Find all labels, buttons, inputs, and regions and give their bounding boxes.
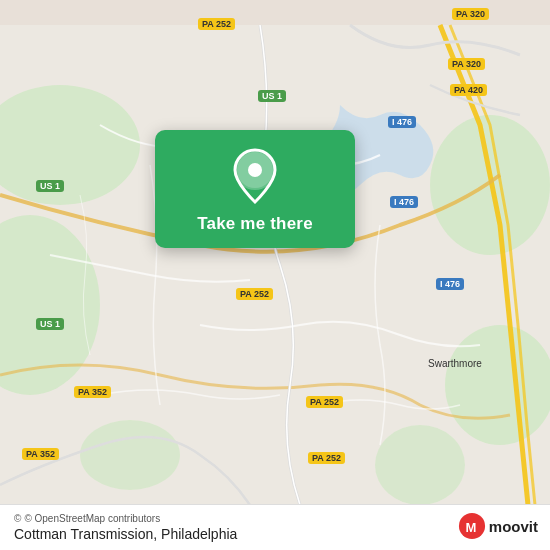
road-label-pa352-2: PA 352 [22,448,59,460]
map-container: PA 252 US 1 PA 320 PA 320 PA 420 I 476 I… [0,0,550,550]
take-me-there-card[interactable]: Take me there [155,130,355,248]
svg-point-5 [375,425,465,505]
svg-point-9 [248,163,262,177]
road-label-pa320-top: PA 320 [452,8,489,20]
moovit-logo: M moovit [458,512,538,540]
road-label-i476-bot: I 476 [436,278,464,290]
road-label-i476-mid: I 476 [390,196,418,208]
moovit-icon: M [458,512,486,540]
bottom-bar: © © OpenStreetMap contributors Cottman T… [0,504,550,550]
svg-point-4 [445,325,550,445]
svg-point-6 [80,420,180,490]
road-label-i476-top: I 476 [388,116,416,128]
take-me-there-button-label: Take me there [197,214,313,234]
road-label-pa252-bot: PA 252 [306,396,343,408]
moovit-text: moovit [489,518,538,535]
osm-credit-text: © OpenStreetMap contributors [24,513,160,524]
swarthmore-label: Swarthmore [428,358,482,369]
location-pin-icon [231,148,279,204]
road-label-us1-left2: US 1 [36,318,64,330]
svg-text:M: M [465,520,476,535]
road-label-pa320-right: PA 320 [448,58,485,70]
road-label-pa420: PA 420 [450,84,487,96]
road-label-pa252-mid: PA 252 [236,288,273,300]
road-label-us1-left: US 1 [36,180,64,192]
road-label-pa252-top: PA 252 [198,18,235,30]
road-label-us1-top: US 1 [258,90,286,102]
map-background [0,0,550,550]
road-label-pa252-bot2: PA 252 [308,452,345,464]
road-label-pa352: PA 352 [74,386,111,398]
